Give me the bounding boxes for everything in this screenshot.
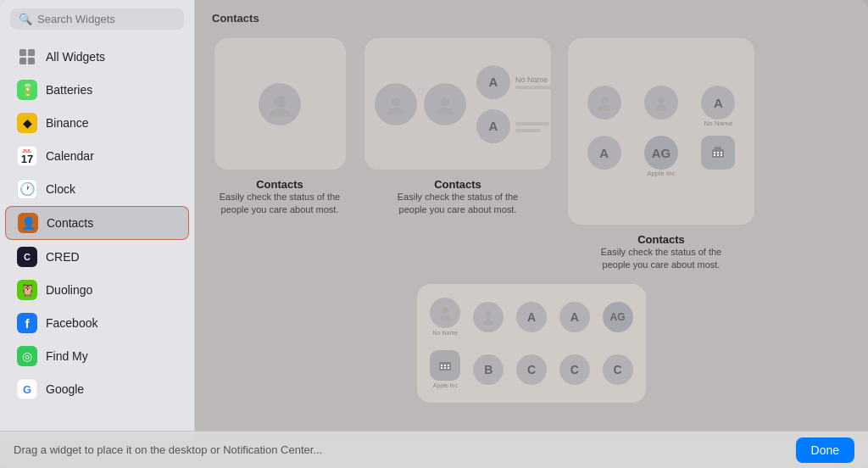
xl-avatar-10: C — [603, 354, 633, 385]
large-avatar-4: A — [587, 136, 621, 170]
batteries-label: Batteries — [46, 83, 92, 97]
xl-contact-1: No Name — [430, 298, 460, 336]
findmy-label: Find My — [46, 349, 88, 363]
widget-card-large: A No Name A AG Apple Inc — [568, 38, 754, 272]
widget-desc-large: Easily check the status of the people yo… — [593, 246, 729, 272]
facebook-icon: f — [17, 313, 37, 333]
widgets-grid: Contacts Easily check the status of the … — [212, 38, 851, 272]
xl-contact-6: Apple Inc — [430, 350, 460, 388]
xl-avatar-2 — [473, 302, 504, 332]
medium-widget-inner: A No Name A — [364, 38, 551, 170]
main-content: Contacts Contacts Ea — [195, 0, 868, 441]
xl-avatar-7: B — [473, 354, 504, 385]
cred-label: CRED — [46, 250, 80, 264]
svg-rect-16 — [714, 152, 715, 153]
svg-point-7 — [388, 108, 403, 114]
widget-card-small: Contacts Easily check the status of the … — [212, 38, 348, 217]
xl-avatar-4: A — [559, 302, 590, 332]
widget-info-large: Contacts Easily check the status of the … — [593, 233, 729, 272]
search-bar[interactable]: 🔍 — [10, 8, 184, 30]
search-input[interactable] — [37, 13, 175, 25]
calendar-icon: JUL 17 — [17, 146, 37, 166]
xl-contact-2 — [473, 302, 504, 332]
svg-rect-15 — [715, 147, 721, 151]
xl-contact-8: C — [516, 354, 547, 385]
contact-avatar-m2 — [424, 83, 466, 125]
svg-rect-27 — [441, 365, 442, 366]
large-name-3: No Name — [704, 120, 732, 127]
app-container: 🔍 All Widgets 🔋 — [0, 0, 868, 468]
svg-point-9 — [437, 108, 453, 114]
svg-rect-30 — [441, 367, 442, 369]
sidebar-item-findmy[interactable]: ◎ Find My — [5, 340, 189, 372]
svg-point-23 — [440, 315, 450, 320]
contacts-label: Contacts — [47, 216, 93, 230]
bottom-widgets-row: No Name A — [212, 284, 851, 403]
xl-contact-3: A — [516, 302, 547, 332]
svg-point-10 — [601, 97, 608, 103]
widget-desc-small: Easily check the status of the people yo… — [212, 191, 348, 217]
svg-rect-32 — [448, 367, 449, 369]
svg-point-5 — [270, 109, 290, 117]
clock-label: Clock — [46, 182, 75, 196]
xl-avatar-1 — [430, 298, 460, 328]
contact-avatar-m1 — [375, 83, 417, 125]
widget-info-small: Contacts Easily check the status of the … — [212, 178, 348, 217]
sidebar-item-calendar[interactable]: JUL 17 Calendar — [5, 140, 189, 172]
svg-rect-20 — [717, 154, 719, 156]
section-title: Contacts — [212, 12, 851, 25]
xlarge-inner: No Name A — [417, 284, 646, 403]
widget-preview-medium[interactable]: A No Name A — [364, 38, 551, 170]
sidebar-item-google[interactable]: G Google — [5, 373, 189, 405]
xl-avatar-8: C — [516, 354, 547, 385]
svg-rect-1 — [28, 49, 35, 56]
contact-item-2 — [424, 83, 466, 125]
xl-avatar-6 — [430, 350, 460, 381]
done-button[interactable]: Done — [796, 437, 854, 463]
sidebar-item-contacts[interactable]: 👤 Contacts — [5, 206, 189, 240]
svg-rect-18 — [721, 152, 722, 153]
xl-avatar-3: A — [516, 302, 547, 332]
svg-point-4 — [274, 96, 286, 108]
sidebar-item-binance[interactable]: ◆ Binance — [5, 107, 189, 139]
sidebar: 🔍 All Widgets 🔋 — [0, 0, 195, 441]
xl-name-6: Apple Inc — [433, 382, 458, 388]
widget-preview-large[interactable]: A No Name A AG Apple Inc — [568, 38, 754, 225]
medium-contact-right-2: A — [476, 109, 551, 143]
large-contact-1 — [580, 86, 628, 127]
binance-icon: ◆ — [17, 113, 37, 133]
widget-info-medium: Contacts Easily check the status of the … — [390, 178, 526, 217]
batteries-icon: 🔋 — [17, 80, 37, 100]
sidebar-item-duolingo[interactable]: 🦉 Duolingo — [5, 274, 189, 306]
widget-card-medium: A No Name A — [364, 38, 551, 217]
duolingo-label: Duolingo — [46, 283, 92, 297]
contacts-icon: 👤 — [18, 213, 38, 233]
sidebar-item-cred[interactable]: C CRED — [5, 241, 189, 273]
svg-rect-31 — [444, 367, 446, 369]
sidebar-item-all-widgets[interactable]: All Widgets — [5, 41, 189, 73]
small-widget-inner — [214, 38, 346, 170]
large-avatar-1 — [587, 86, 621, 120]
xl-avatar-5: AG — [603, 302, 633, 332]
svg-point-13 — [655, 105, 667, 111]
sidebar-item-facebook[interactable]: f Facebook — [5, 307, 189, 339]
sidebar-item-clock[interactable]: 🕐 Clock — [5, 173, 189, 205]
large-avatar-2 — [644, 86, 678, 120]
medium-contact-right-1: A No Name — [476, 65, 551, 99]
svg-point-12 — [658, 97, 665, 103]
bottom-bar: Drag a widget to place it on the desktop… — [0, 431, 868, 468]
sidebar-item-batteries[interactable]: 🔋 Batteries — [5, 74, 189, 106]
svg-rect-19 — [714, 154, 715, 156]
google-label: Google — [46, 382, 84, 396]
svg-point-8 — [441, 98, 449, 106]
xl-contact-9: C — [559, 354, 590, 385]
widget-preview-xlarge[interactable]: No Name A — [417, 284, 646, 403]
svg-rect-0 — [19, 49, 26, 56]
sidebar-list: All Widgets 🔋 Batteries ◆ Binance — [0, 40, 194, 441]
widget-card-xlarge: No Name A — [212, 284, 851, 403]
search-icon: 🔍 — [19, 13, 32, 25]
svg-rect-21 — [721, 154, 722, 156]
large-avatar-5: AG — [644, 136, 678, 170]
svg-point-22 — [442, 307, 448, 314]
widget-preview-small[interactable] — [214, 38, 346, 170]
